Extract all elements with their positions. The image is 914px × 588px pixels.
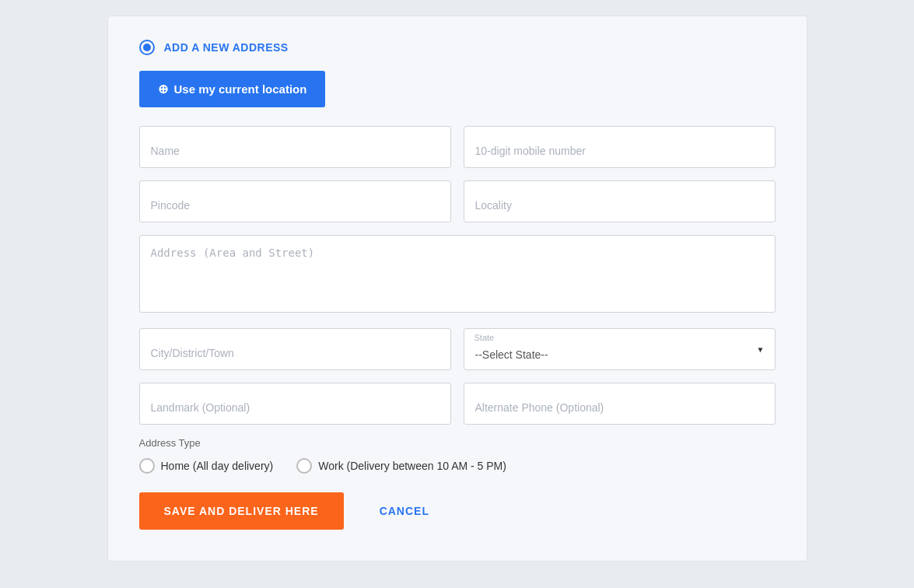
address-type-label: Address Type (139, 437, 776, 449)
work-option[interactable]: Work (Delivery between 10 AM - 5 PM) (296, 458, 506, 474)
mobile-input[interactable] (464, 126, 776, 168)
work-label: Work (Delivery between 10 AM - 5 PM) (318, 460, 506, 472)
city-state-row: State --Select State-- Andhra Pradesh Bi… (139, 328, 776, 370)
location-icon: ⊕ (158, 82, 168, 96)
name-field (139, 126, 451, 168)
landmark-input[interactable] (139, 383, 451, 425)
landmark-altphone-row (139, 383, 776, 425)
home-radio[interactable] (139, 458, 155, 474)
add-address-form: ADD A NEW ADDRESS ⊕ Use my current locat… (107, 16, 807, 562)
work-radio[interactable] (296, 458, 312, 474)
city-input[interactable] (139, 328, 451, 370)
cancel-button[interactable]: CANCEL (367, 492, 442, 530)
pincode-input[interactable] (139, 180, 451, 222)
address-row (139, 235, 776, 316)
location-button-label: Use my current location (174, 82, 307, 96)
radio-inner-dot (143, 44, 151, 51)
state-wrapper: State --Select State-- Andhra Pradesh Bi… (464, 328, 776, 370)
address-type-section: Address Type Home (All day delivery) Wor… (139, 437, 776, 474)
form-buttons: SAVE AND DELIVER HERE CANCEL (139, 492, 776, 530)
address-textarea[interactable] (139, 235, 776, 313)
mobile-field (464, 126, 776, 168)
city-field (139, 328, 451, 370)
header-radio[interactable] (139, 40, 155, 55)
home-option[interactable]: Home (All day delivery) (139, 458, 274, 474)
alt-phone-field (464, 383, 776, 425)
landmark-field (139, 383, 451, 425)
locality-field (464, 180, 776, 222)
use-location-button[interactable]: ⊕ Use my current location (139, 71, 326, 107)
address-type-options: Home (All day delivery) Work (Delivery b… (139, 458, 776, 474)
name-input[interactable] (139, 126, 451, 168)
form-title: ADD A NEW ADDRESS (164, 41, 289, 54)
locality-input[interactable] (464, 180, 776, 222)
alt-phone-input[interactable] (464, 383, 776, 425)
form-header: ADD A NEW ADDRESS (139, 40, 776, 55)
home-label: Home (All day delivery) (161, 460, 274, 472)
pincode-field (139, 180, 451, 222)
pincode-locality-row (139, 180, 776, 222)
name-mobile-row (139, 126, 776, 168)
address-field (139, 235, 776, 316)
save-deliver-button[interactable]: SAVE AND DELIVER HERE (139, 492, 344, 530)
state-select[interactable]: --Select State-- Andhra Pradesh Bihar De… (464, 328, 776, 370)
